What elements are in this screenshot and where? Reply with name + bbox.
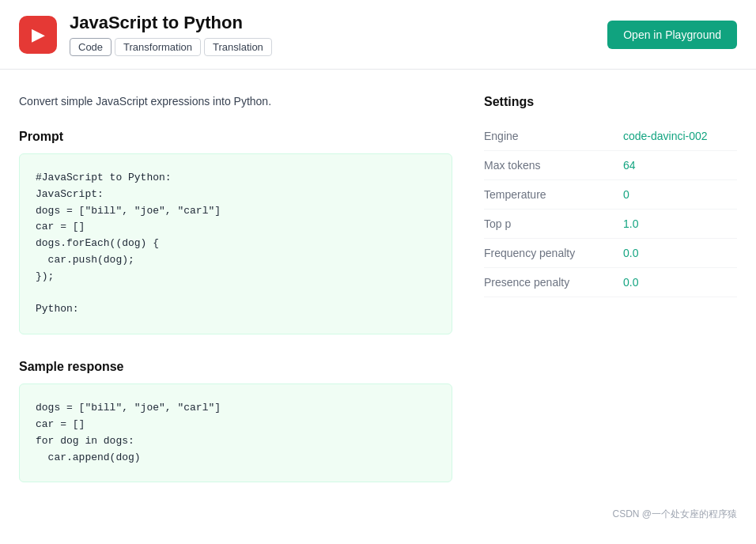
logo-icon: ▶: [19, 16, 57, 54]
description: Convert simple JavaScript expressions in…: [19, 95, 452, 108]
settings-row: Enginecode-davinci-002: [484, 122, 737, 151]
settings-value: 0: [623, 180, 737, 210]
settings-row: Frequency penalty0.0: [484, 239, 737, 268]
settings-value: 0.0: [623, 239, 737, 268]
settings-value: code-davinci-002: [623, 122, 737, 151]
settings-label: Engine: [484, 122, 623, 151]
sample-response-title: Sample response: [19, 360, 452, 374]
tab-code[interactable]: Code: [70, 38, 112, 56]
open-playground-button[interactable]: Open in Playground: [607, 21, 737, 49]
tab-translation[interactable]: Translation: [204, 38, 272, 56]
settings-label: Frequency penalty: [484, 239, 623, 268]
settings-row: Temperature0: [484, 180, 737, 210]
settings-row: Top p1.0: [484, 210, 737, 239]
settings-row: Max tokens64: [484, 151, 737, 180]
settings-label: Max tokens: [484, 151, 623, 180]
settings-label: Top p: [484, 210, 623, 239]
settings-label: Temperature: [484, 180, 623, 210]
main-content: Convert simple JavaScript expressions in…: [0, 70, 756, 508]
tabs: Code Transformation Translation: [70, 38, 272, 56]
watermark: CSDN @一个处女座的程序猿: [0, 508, 756, 534]
settings-value: 0.0: [623, 268, 737, 297]
left-panel: Convert simple JavaScript expressions in…: [19, 95, 452, 482]
right-panel: Settings Enginecode-davinci-002Max token…: [484, 95, 737, 482]
sample-response-box: dogs = ["bill", "joe", "carl"] car = [] …: [19, 383, 452, 482]
settings-value: 1.0: [623, 210, 737, 239]
page-title: JavaScript to Python: [70, 13, 272, 33]
settings-row: Presence penalty0.0: [484, 268, 737, 297]
header-left: ▶ JavaScript to Python Code Transformati…: [19, 13, 272, 56]
title-area: JavaScript to Python Code Transformation…: [70, 13, 272, 56]
prompt-section: Prompt #JavaScript to Python: JavaScript…: [19, 130, 452, 334]
settings-title: Settings: [484, 95, 737, 109]
prompt-section-title: Prompt: [19, 130, 452, 144]
settings-value: 64: [623, 151, 737, 180]
settings-label: Presence penalty: [484, 268, 623, 297]
settings-table: Enginecode-davinci-002Max tokens64Temper…: [484, 122, 737, 297]
header: ▶ JavaScript to Python Code Transformati…: [0, 0, 756, 70]
sample-response-section: Sample response dogs = ["bill", "joe", "…: [19, 360, 452, 482]
tab-transformation[interactable]: Transformation: [115, 38, 201, 56]
prompt-box[interactable]: #JavaScript to Python: JavaScript: dogs …: [19, 153, 452, 334]
